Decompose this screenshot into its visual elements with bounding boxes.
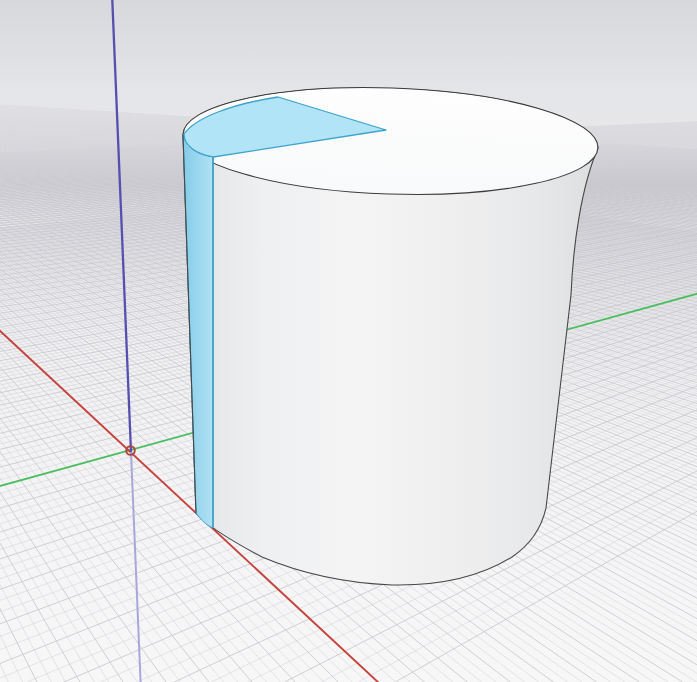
3d-viewport[interactable] xyxy=(0,0,697,682)
cylinder-model[interactable] xyxy=(181,81,599,585)
scene-canvas[interactable] xyxy=(0,0,697,682)
sky-background xyxy=(0,0,697,88)
